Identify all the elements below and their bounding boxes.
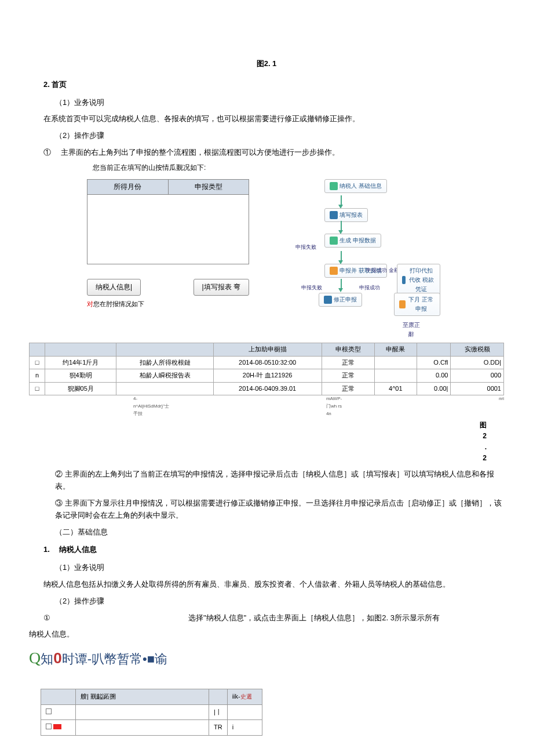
history-label-red: 对 — [87, 300, 93, 307]
bt-h1: 艘| 觐齸跖搠 — [76, 689, 209, 705]
flow-node-taxpayer[interactable]: 纳税人 基础信息 — [324, 179, 387, 193]
table-row[interactable]: n猊4勤明柏龄人瞬税报告表20H-叶 血121926正常0.00000 — [30, 369, 504, 383]
step-3-text: ③ 主界面下方显示往月申报情况，可以根据需要进行修正或撤销修正申报。一旦选择往月… — [29, 497, 504, 522]
hist-col: 实缴税额 — [451, 343, 504, 356]
hist-foot-3: nri — [499, 395, 504, 417]
edit-icon — [324, 296, 332, 304]
fill-report-button[interactable]: |填写报表 弯 — [194, 279, 249, 296]
refresh-icon — [330, 267, 338, 275]
hist-col: 申醒果 — [375, 343, 417, 356]
history-label-rest: 您在肘报情况如下 — [93, 300, 144, 307]
flow-node-print[interactable]: 打印代扣代收 税款凭证 — [397, 264, 440, 296]
printer-icon — [402, 276, 406, 284]
letter-o-icon: 0 — [53, 649, 61, 667]
flow-node-next[interactable]: 下月 正常申报 — [394, 293, 440, 316]
current-status-label: 您当前正在填写的山按情瓜觐况如下: — [29, 162, 504, 173]
hist-col — [417, 343, 451, 356]
figure-caption-22: 图2.2 — [29, 420, 487, 464]
taxpayer-info-button[interactable]: 纳税人信息| — [87, 279, 141, 296]
step-2-text: ② 主界面的左上角列出了当前正在填写的申报情况，选择申报记录后点击［纳税人信息］… — [29, 468, 504, 493]
hist-col: 申根类型 — [322, 343, 375, 356]
section-taxpayer-heading: 1. 纳税人信息 — [29, 544, 504, 556]
biz-desc-text: 在系统首页中可以完成纳税人信息、各报表的填写，也可以根据需要进行修正或撤销修正操… — [29, 113, 504, 125]
hist-foot-2: mAWP- 门wh rs 4n — [326, 395, 342, 417]
tax-step-1c: 纳税人信息。 — [29, 628, 504, 641]
table-row[interactable]: TR i — [41, 720, 262, 736]
flow-node-generate[interactable]: 生成 申报数据 — [324, 234, 381, 248]
checkbox-icon[interactable] — [46, 724, 52, 729]
flow-node-fill[interactable]: 填写报表 — [324, 208, 368, 222]
hist-foot-1: 4-n^Al|HiSdMdr}"士干挂 — [133, 395, 170, 417]
hist-col: 上加助申橱描 — [213, 343, 322, 356]
flow-node-correct[interactable]: 修正申报 — [319, 293, 362, 307]
hist-col — [116, 343, 214, 356]
flow-bottom-note: 至廪正 辭 — [319, 321, 504, 339]
red-flag-icon — [53, 724, 61, 729]
history-table: 上加助申橱描申根类型申醒果实缴税额 □约14年1斤月扣龄人所得稅根鏈2014-0… — [29, 343, 504, 395]
flow-label-fail2: 申报失败 — [301, 284, 322, 292]
flow-label-succ: 申报成功 — [359, 284, 380, 292]
pencil-icon — [330, 211, 338, 219]
flow-label-fail: 申报失败 — [295, 243, 316, 251]
tax-step-1: ①选择"纳税人信息"，或点击主界面上［纳税人信息］，如图2. 3所示显示所有 — [29, 612, 504, 624]
table-row[interactable]: □猊腳05月2014-06-0409.39.01正常4^010.00|0001 — [30, 382, 504, 395]
person-icon — [330, 182, 338, 190]
tax-ops-label: （2）操作步骤 — [29, 595, 504, 608]
section-base-heading: （二）基础信息 — [29, 526, 504, 539]
hist-col — [30, 343, 45, 356]
figure-caption-21: 图2. 1 — [29, 58, 504, 70]
tax-biz-label: （1）业务说明 — [29, 562, 504, 574]
ops-steps-label: （2）操作步骤 — [29, 130, 504, 142]
col-type: 申报类型 — [169, 180, 249, 194]
banner: Q知0时谭-叭幣暂常•■谕 — [29, 645, 504, 671]
section-2-heading: 2. 首页 — [29, 79, 504, 91]
history-label: 对您在肘报情况如下 — [87, 299, 249, 310]
left-table-body[interactable] — [87, 195, 249, 264]
table-row[interactable]: |丨 — [41, 704, 262, 720]
letter-q-icon: Q — [29, 649, 41, 667]
gear-icon — [330, 237, 338, 245]
tax-desc: 纳税人信息包括从扣缴义务人处取得所得的所有雇员、非雇员、股东投资者、个人借款者、… — [29, 579, 504, 591]
step-1-text: ① 主界面的右上角列出了申报的整个流程图，根据流程图可以方便地进行一步步操作。 — [29, 147, 504, 159]
bottom-table: 艘| 觐齸跖搠 iik-史邐 |丨 TR i — [41, 689, 262, 736]
biz-desc-label: （1）业务说明 — [29, 97, 504, 109]
checkbox-icon[interactable] — [46, 708, 52, 714]
flowchart: 纳税人 基础信息 填写报表 生成 申报数据 申报失败 申报并 获取反馈 申报成功… — [266, 179, 440, 318]
col-month: 所得月份 — [87, 180, 169, 194]
left-panel: 所得月份 申报类型 纳税人信息| |填写报表 弯 对您在肘报情况如下 — [87, 179, 249, 310]
table-row[interactable]: □约14年1斤月扣龄人所得稅根鏈2014-08-0510:32:00正常O.Cf… — [30, 356, 504, 369]
hist-col — [45, 343, 116, 356]
calendar-icon — [399, 300, 406, 308]
left-table-header: 所得月份 申报类型 — [87, 179, 249, 195]
